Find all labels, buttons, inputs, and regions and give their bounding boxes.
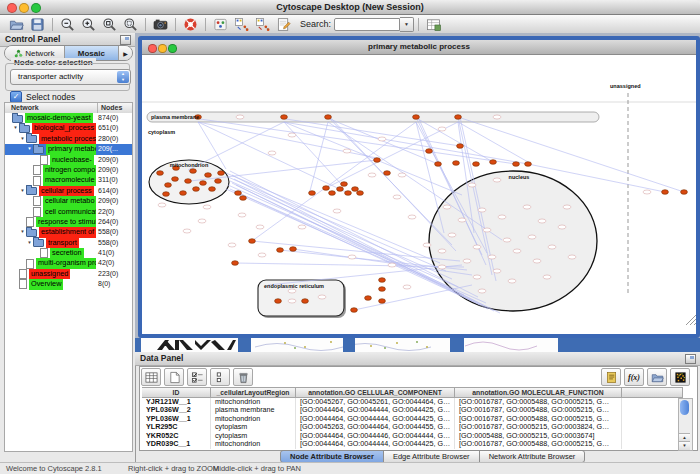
node[interactable] bbox=[543, 275, 551, 279]
close-icon[interactable] bbox=[7, 3, 17, 13]
node[interactable] bbox=[498, 215, 506, 219]
selected-node[interactable] bbox=[185, 179, 192, 184]
selected-node[interactable] bbox=[165, 183, 172, 188]
selected-node[interactable] bbox=[379, 278, 386, 283]
selected-node[interactable] bbox=[218, 171, 225, 176]
column-header-network[interactable]: Network bbox=[5, 104, 39, 111]
annotation-import-icon[interactable] bbox=[425, 16, 442, 32]
selected-node[interactable] bbox=[374, 158, 381, 163]
node[interactable] bbox=[238, 213, 246, 217]
node[interactable] bbox=[236, 115, 244, 119]
selected-node[interactable] bbox=[275, 299, 282, 304]
selected-node[interactable] bbox=[249, 239, 256, 244]
unselect-attributes-icon[interactable] bbox=[210, 368, 230, 386]
node[interactable] bbox=[473, 245, 481, 249]
zoom-window-icon[interactable] bbox=[31, 3, 41, 13]
table-row[interactable]: YLR295Ccytoplasm[GO:0045263, GO:0044464,… bbox=[142, 423, 692, 432]
node[interactable] bbox=[473, 275, 481, 279]
node[interactable] bbox=[198, 219, 206, 223]
tree-row[interactable]: ▼metabolic process280(0) bbox=[5, 134, 132, 144]
node[interactable] bbox=[258, 253, 266, 257]
tree-row[interactable]: macromolecule311(0) bbox=[5, 175, 132, 185]
node[interactable] bbox=[568, 255, 576, 259]
tree-row[interactable]: ▼establishment of lo558(0) bbox=[5, 227, 132, 237]
node[interactable] bbox=[333, 209, 341, 213]
node[interactable] bbox=[438, 265, 446, 269]
float-panel-icon[interactable] bbox=[120, 35, 131, 45]
tree-row[interactable]: secretion41(0) bbox=[5, 248, 132, 258]
expand-arrow-icon[interactable]: ▼ bbox=[26, 144, 33, 154]
selected-node[interactable] bbox=[172, 177, 179, 182]
node[interactable] bbox=[393, 195, 401, 199]
table-row[interactable]: YPL036W__1mitochondrion[GO:0044464, GO:0… bbox=[142, 415, 692, 424]
node[interactable] bbox=[548, 245, 556, 249]
node[interactable] bbox=[398, 173, 406, 177]
network-window-titlebar[interactable]: primary metabolic process bbox=[142, 40, 696, 55]
selected-node[interactable] bbox=[180, 191, 187, 196]
tree-row[interactable]: Overview8(0) bbox=[5, 279, 132, 289]
node[interactable] bbox=[438, 249, 446, 253]
selected-node[interactable] bbox=[365, 296, 372, 301]
node[interactable] bbox=[388, 263, 396, 267]
selected-node[interactable] bbox=[384, 171, 391, 176]
search-input[interactable] bbox=[334, 18, 400, 31]
expand-arrow-icon[interactable]: ▼ bbox=[19, 186, 26, 196]
node[interactable] bbox=[203, 205, 211, 209]
node[interactable] bbox=[288, 289, 296, 293]
table-row[interactable]: YPL036W__2plasma membrane[GO:0044464, GO… bbox=[142, 406, 692, 415]
selected-node[interactable] bbox=[325, 115, 332, 120]
selected-node[interactable] bbox=[277, 248, 284, 253]
node-color-dropdown[interactable]: transporter activity ▲▼ bbox=[10, 69, 131, 85]
node[interactable] bbox=[443, 205, 451, 209]
open-icon[interactable] bbox=[647, 368, 667, 386]
node[interactable] bbox=[558, 225, 566, 229]
tree-row[interactable]: mosaic-demo-yeast874(0) bbox=[5, 113, 132, 123]
selected-node[interactable] bbox=[240, 196, 247, 201]
attribute-editor-icon[interactable] bbox=[275, 16, 292, 32]
node[interactable] bbox=[538, 219, 546, 223]
node[interactable] bbox=[298, 225, 306, 229]
selected-node[interactable] bbox=[337, 187, 344, 192]
tree-row[interactable]: nitrogen compo209(0) bbox=[5, 165, 132, 175]
selected-node[interactable] bbox=[453, 161, 460, 166]
scroll-down-icon[interactable]: ▼ bbox=[679, 441, 690, 450]
selected-node[interactable] bbox=[473, 162, 480, 167]
column-header[interactable]: ID bbox=[142, 387, 211, 398]
help-icon[interactable] bbox=[182, 16, 199, 32]
node[interactable] bbox=[503, 238, 511, 242]
node[interactable] bbox=[403, 285, 411, 289]
selected-node[interactable] bbox=[435, 162, 442, 167]
close-icon[interactable] bbox=[148, 44, 157, 53]
zoom-fit-icon[interactable] bbox=[101, 16, 118, 32]
selected-node[interactable] bbox=[345, 191, 352, 196]
resize-grip-icon[interactable] bbox=[694, 323, 696, 325]
selected-node[interactable] bbox=[379, 299, 386, 304]
node[interactable] bbox=[378, 137, 386, 141]
selected-node[interactable] bbox=[351, 308, 358, 313]
node[interactable] bbox=[368, 173, 376, 177]
tree-row[interactable]: ▼transport558(0) bbox=[5, 238, 132, 248]
selected-node[interactable] bbox=[341, 182, 348, 187]
selected-node[interactable] bbox=[163, 192, 170, 197]
new-page-icon[interactable] bbox=[164, 368, 184, 386]
table-icon[interactable] bbox=[141, 368, 161, 386]
node[interactable] bbox=[158, 203, 166, 207]
selected-node[interactable] bbox=[329, 191, 336, 196]
selected-node[interactable] bbox=[190, 169, 197, 174]
save-session-icon[interactable] bbox=[29, 16, 46, 32]
node[interactable] bbox=[533, 259, 541, 263]
table-row[interactable]: YJR121W__1mitochondrion[GO:0045267, GO:0… bbox=[142, 398, 692, 407]
node[interactable] bbox=[563, 205, 571, 209]
import-edge-attributes-icon[interactable] bbox=[254, 16, 271, 32]
tree-row[interactable]: response to stimulu264(0) bbox=[5, 217, 132, 227]
expand-arrow-icon[interactable]: ▼ bbox=[19, 134, 26, 144]
tree-row[interactable]: cellular metabo209(0) bbox=[5, 196, 132, 206]
node[interactable] bbox=[268, 151, 276, 155]
node[interactable] bbox=[348, 255, 356, 259]
scrollbar-thumb[interactable] bbox=[680, 400, 689, 415]
column-header-nodes[interactable]: Nodes bbox=[97, 103, 122, 113]
minimize-icon[interactable] bbox=[19, 3, 29, 13]
node[interactable] bbox=[458, 218, 466, 222]
snapshot-icon[interactable] bbox=[152, 16, 169, 32]
expand-arrow-icon[interactable]: ▼ bbox=[26, 238, 33, 248]
